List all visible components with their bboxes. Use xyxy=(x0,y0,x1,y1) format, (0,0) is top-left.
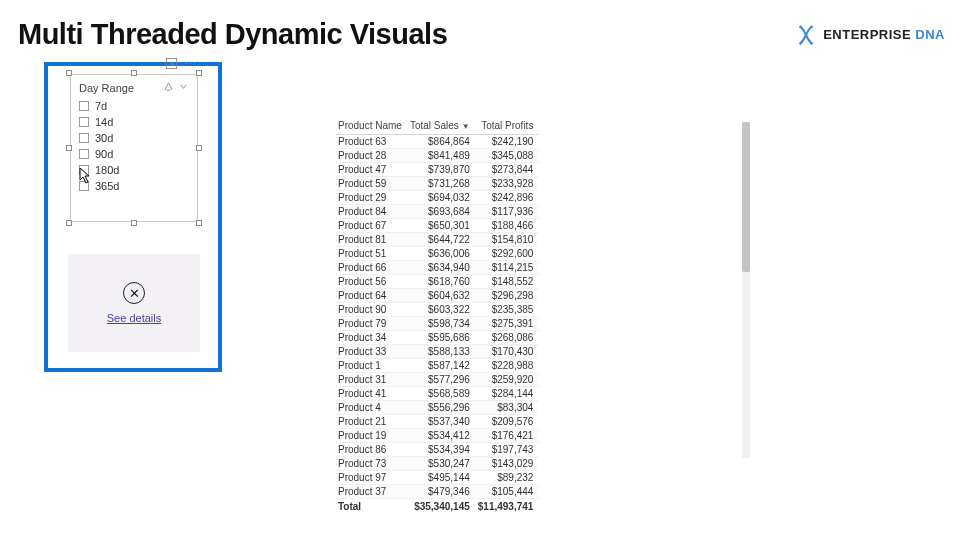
table-row[interactable]: Product 97$495,144$89,232 xyxy=(336,471,539,485)
chevron-down-icon[interactable] xyxy=(178,81,189,94)
table-row[interactable]: Product 67$650,301$188,466 xyxy=(336,219,539,233)
cell-product: Product 28 xyxy=(336,149,408,163)
checkbox[interactable] xyxy=(79,181,89,191)
resize-handle[interactable] xyxy=(196,145,202,151)
see-details-link[interactable]: See details xyxy=(107,312,161,324)
cell-product: Product 67 xyxy=(336,219,408,233)
slicer-visual[interactable]: ··· Day Range 7d14d30d90d180d365d xyxy=(70,74,198,222)
cell-product: Product 56 xyxy=(336,275,408,289)
slicer-item[interactable]: 180d xyxy=(79,162,189,178)
resize-handle[interactable] xyxy=(66,70,72,76)
table-row[interactable]: Product 63$864,864$242,190 xyxy=(336,135,539,149)
svg-point-1 xyxy=(810,25,813,28)
slicer-item-label: 365d xyxy=(95,180,119,192)
table-row[interactable]: Product 73$530,247$143,029 xyxy=(336,457,539,471)
svg-point-3 xyxy=(810,41,813,44)
table-row[interactable]: Product 79$598,734$275,391 xyxy=(336,317,539,331)
logo-text-1: ENTERPRISE xyxy=(823,27,911,42)
checkbox[interactable] xyxy=(79,133,89,143)
cell-product: Product 19 xyxy=(336,429,408,443)
table-scrollbar[interactable] xyxy=(742,122,750,458)
cell-profits: $268,086 xyxy=(476,331,540,345)
cell-sales: $534,412 xyxy=(408,429,476,443)
slicer-item[interactable]: 30d xyxy=(79,130,189,146)
total-profits: $11,493,741 xyxy=(476,499,540,514)
resize-handle[interactable] xyxy=(131,220,137,226)
scroll-thumb[interactable] xyxy=(742,122,750,272)
cell-sales: $568,589 xyxy=(408,387,476,401)
cell-profits: $259,920 xyxy=(476,373,540,387)
error-visual: ✕ See details xyxy=(68,254,200,352)
table-row[interactable]: Product 64$604,632$296,298 xyxy=(336,289,539,303)
table-row[interactable]: Product 19$534,412$176,421 xyxy=(336,429,539,443)
cell-profits: $292,600 xyxy=(476,247,540,261)
cell-sales: $479,346 xyxy=(408,485,476,499)
total-label: Total xyxy=(336,499,408,514)
table-row[interactable]: Product 66$634,940$114,215 xyxy=(336,261,539,275)
table-row[interactable]: Product 1$587,142$228,988 xyxy=(336,359,539,373)
table-row[interactable]: Product 28$841,489$345,088 xyxy=(336,149,539,163)
table-row[interactable]: Product 90$603,322$235,385 xyxy=(336,303,539,317)
table-row[interactable]: Product 41$568,589$284,144 xyxy=(336,387,539,401)
slicer-item[interactable]: 365d xyxy=(79,178,189,194)
table-row[interactable]: Product 51$636,006$292,600 xyxy=(336,247,539,261)
table-row[interactable]: Product 59$731,268$233,928 xyxy=(336,177,539,191)
table-row[interactable]: Product 86$534,394$197,743 xyxy=(336,443,539,457)
checkbox[interactable] xyxy=(79,117,89,127)
table-row[interactable]: Product 4$556,296$83,304 xyxy=(336,401,539,415)
resize-handle[interactable] xyxy=(66,145,72,151)
table-row[interactable]: Product 31$577,296$259,920 xyxy=(336,373,539,387)
more-options-icon[interactable]: ··· xyxy=(184,56,198,70)
slicer-item[interactable]: 14d xyxy=(79,114,189,130)
cell-product: Product 51 xyxy=(336,247,408,261)
cell-profits: $228,988 xyxy=(476,359,540,373)
clear-selection-icon[interactable] xyxy=(163,81,174,94)
resize-handle[interactable] xyxy=(66,220,72,226)
checkbox[interactable] xyxy=(79,165,89,175)
table-row[interactable]: Product 81$644,722$154,810 xyxy=(336,233,539,247)
error-icon: ✕ xyxy=(123,282,145,304)
table-row[interactable]: Product 47$739,870$273,844 xyxy=(336,163,539,177)
slicer-item[interactable]: 7d xyxy=(79,98,189,114)
cell-product: Product 47 xyxy=(336,163,408,177)
checkbox[interactable] xyxy=(79,101,89,111)
cell-product: Product 37 xyxy=(336,485,408,499)
cell-sales: $739,870 xyxy=(408,163,476,177)
col-product[interactable]: Product Name xyxy=(336,118,408,135)
resize-handle[interactable] xyxy=(196,70,202,76)
resize-handle[interactable] xyxy=(131,70,137,76)
cell-product: Product 33 xyxy=(336,345,408,359)
cell-product: Product 21 xyxy=(336,415,408,429)
cell-product: Product 4 xyxy=(336,401,408,415)
cell-product: Product 59 xyxy=(336,177,408,191)
slicer-item[interactable]: 90d xyxy=(79,146,189,162)
cell-sales: $598,734 xyxy=(408,317,476,331)
cell-product: Product 64 xyxy=(336,289,408,303)
cell-product: Product 1 xyxy=(336,359,408,373)
cell-product: Product 29 xyxy=(336,191,408,205)
slicer-item-label: 14d xyxy=(95,116,113,128)
table-row[interactable]: Product 56$618,760$148,552 xyxy=(336,275,539,289)
cell-sales: $636,006 xyxy=(408,247,476,261)
checkbox[interactable] xyxy=(79,149,89,159)
table-row[interactable]: Product 33$588,133$170,430 xyxy=(336,345,539,359)
cell-sales: $537,340 xyxy=(408,415,476,429)
cell-sales: $694,032 xyxy=(408,191,476,205)
col-profits[interactable]: Total Profits xyxy=(476,118,540,135)
table-row[interactable]: Product 84$693,684$117,936 xyxy=(336,205,539,219)
resize-handle[interactable] xyxy=(196,220,202,226)
table-row[interactable]: Product 34$595,686$268,086 xyxy=(336,331,539,345)
table-row[interactable]: Product 21$537,340$209,576 xyxy=(336,415,539,429)
cell-profits: $188,466 xyxy=(476,219,540,233)
focus-mode-icon[interactable] xyxy=(164,56,178,70)
table-row[interactable]: Product 29$694,032$242,896 xyxy=(336,191,539,205)
total-sales: $35,340,145 xyxy=(408,499,476,514)
col-sales[interactable]: Total Sales▼ xyxy=(408,118,476,135)
table-row[interactable]: Product 37$479,346$105,444 xyxy=(336,485,539,499)
logo-text-2: DNA xyxy=(915,27,945,42)
cell-sales: $587,142 xyxy=(408,359,476,373)
data-table-visual[interactable]: Product Name Total Sales▼ Total Profits … xyxy=(336,118,756,470)
cell-sales: $634,940 xyxy=(408,261,476,275)
cell-sales: $731,268 xyxy=(408,177,476,191)
cell-product: Product 79 xyxy=(336,317,408,331)
